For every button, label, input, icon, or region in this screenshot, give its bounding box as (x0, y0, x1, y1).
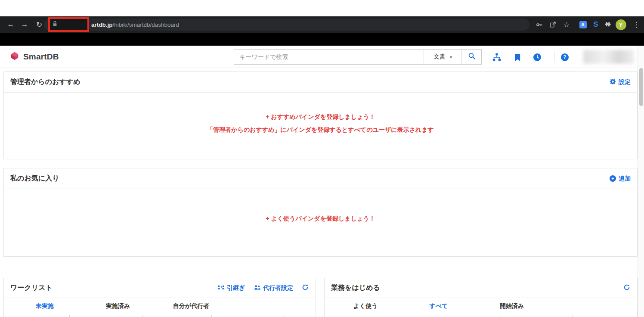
handover-icon (217, 285, 225, 292)
lock-icon (53, 21, 57, 28)
business-section: 業務をはじめる よく使う すべて 開始済み (324, 278, 638, 317)
business-refresh-button[interactable] (623, 284, 630, 292)
table-column-divider (499, 315, 499, 317)
tab-done[interactable]: 実施済み (86, 302, 150, 310)
favorites-header: 私のお気に入り + 追加 (4, 168, 637, 189)
tab-frequently-used[interactable]: よく使う (333, 302, 398, 310)
section-title: 管理者からのおすすめ (10, 78, 80, 87)
global-search: 文書 ▾ (234, 49, 482, 65)
recommended-empty-state: + おすすめバインダを登録しましょう！ 「管理者からのおすすめ」にバインダを登録… (4, 93, 637, 134)
help-icon[interactable]: ? (559, 52, 571, 63)
add-favorite-link[interactable]: + 追加 (610, 175, 631, 183)
handover-label: 引継ぎ (227, 284, 245, 292)
section-title: ワークリスト (10, 283, 53, 292)
empty-message: + よく使うバインダを登録しましょう！ (266, 215, 375, 222)
search-button[interactable] (461, 50, 481, 64)
smartdb-logo-icon (9, 51, 20, 63)
page-scrollbar[interactable] (638, 46, 644, 317)
add-label: 追加 (619, 175, 631, 183)
bookmarks-strip (0, 33, 644, 46)
delegate-label: 代行者設定 (263, 284, 293, 292)
bookmark-star-icon[interactable]: ☆ (560, 16, 573, 33)
history-clock-icon[interactable] (531, 52, 543, 63)
table-column-divider (285, 315, 285, 317)
workflow-icon[interactable] (491, 52, 503, 63)
redacted-username[interactable] (583, 50, 634, 64)
search-input[interactable] (234, 50, 424, 64)
search-scope-select[interactable]: 文書 ▾ (424, 50, 461, 64)
worklist-section: ワークリスト 引継ぎ 代行者設定 (3, 278, 316, 317)
refresh-icon (302, 284, 309, 292)
business-tabs: よく使う すべて 開始済み (325, 298, 637, 314)
table-column-divider (572, 315, 573, 317)
header-divider (554, 51, 554, 62)
table-column-divider (426, 315, 426, 317)
url-redaction (48, 17, 89, 32)
smartdb-logo-text: SmartDB (23, 52, 59, 62)
gear-icon (610, 78, 616, 86)
password-key-icon[interactable] (533, 16, 545, 33)
table-top-border (325, 315, 637, 315)
worklist-actions: 引継ぎ 代行者設定 (217, 284, 309, 292)
url-domain: artdb.jp (91, 22, 113, 28)
table-top-border (4, 315, 316, 315)
table-column-divider (211, 315, 212, 317)
section-title: 業務をはじめる (331, 283, 380, 292)
share-icon[interactable] (547, 16, 559, 33)
handover-link[interactable]: 引継ぎ (217, 284, 245, 292)
screenshot-top-margin (0, 0, 644, 16)
people-icon (254, 285, 261, 292)
url-text[interactable]: artdb.jp/hibiki/smartdb/dashboard (91, 16, 179, 33)
profile-avatar[interactable]: Y (615, 16, 627, 33)
delegate-settings-link[interactable]: 代行者設定 (254, 284, 293, 292)
section-title: 私のお気に入り (10, 174, 59, 183)
svg-text:?: ? (563, 54, 566, 60)
empty-message: 「管理者からのおすすめ」にバインダを登録するとすべてのユーザに表示されます (4, 125, 637, 134)
refresh-icon (623, 284, 630, 292)
browser-menu-icon[interactable]: ⋮ (630, 16, 642, 33)
translate-extension-icon[interactable]: A (577, 16, 589, 33)
smartdb-extension-icon[interactable]: S (590, 16, 602, 33)
table-column-divider (142, 315, 143, 317)
scrollbar-thumb[interactable] (639, 68, 643, 106)
smartdb-dashboard: SmartDB 文書 ▾ ? (0, 46, 644, 317)
worklist-header: ワークリスト 引継ぎ 代行者設定 (4, 278, 316, 298)
table-column-divider (69, 315, 70, 317)
tab-started[interactable]: 開始済み (480, 302, 544, 310)
plus-circle-icon: + (610, 175, 616, 182)
tab-not-done[interactable]: 未実施 (12, 302, 77, 310)
app-header: SmartDB 文書 ▾ ? (0, 46, 638, 68)
forward-button[interactable]: → (18, 16, 31, 33)
favorites-section: 私のお気に入り + 追加 + よく使うバインダを登録しましょう！ (3, 168, 638, 257)
smartdb-logo[interactable]: SmartDB (9, 51, 59, 63)
favorites-empty-state: + よく使うバインダを登録しましょう！ (4, 214, 637, 223)
settings-label: 設定 (619, 78, 631, 86)
business-header: 業務をはじめる (325, 278, 637, 298)
worklist-refresh-button[interactable] (302, 284, 309, 292)
recommended-header: 管理者からのおすすめ 設定 (4, 72, 637, 93)
empty-message: + おすすめバインダを登録しましょう！ (4, 112, 637, 121)
browser-toolbar: ← → ↻ artdb.jp/hibiki/smartdb/dashboard … (0, 16, 644, 33)
business-actions (623, 284, 630, 292)
extensions-puzzle-icon[interactable] (602, 16, 614, 33)
settings-link[interactable]: 設定 (610, 78, 631, 86)
tab-all[interactable]: すべて (406, 302, 471, 310)
back-button[interactable]: ← (4, 16, 17, 33)
search-icon (468, 52, 476, 62)
header-divider (578, 51, 578, 62)
search-scope-value: 文書 (433, 53, 446, 61)
tab-as-delegate[interactable]: 自分が代行者 (159, 302, 223, 310)
table-column-divider (355, 315, 355, 317)
chevron-down-icon: ▾ (450, 55, 452, 59)
bookmark-icon[interactable] (511, 52, 523, 63)
url-path: /hibiki/smartdb/dashboard (113, 22, 180, 28)
recommended-section: 管理者からのおすすめ 設定 + おすすめバインダを登録しましょう！ 「管理者から… (3, 71, 638, 159)
worklist-tabs: 未実施 実施済み 自分が代行者 (4, 298, 316, 314)
